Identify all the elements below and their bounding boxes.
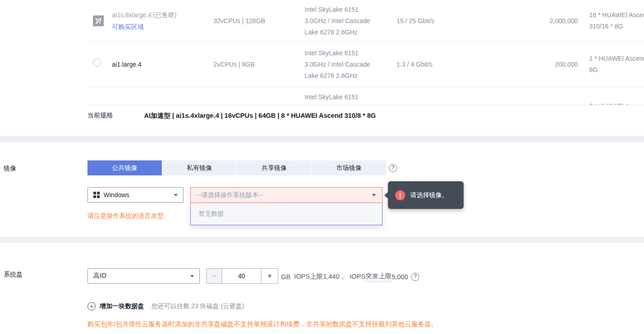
add-disk-label: 增加一块数据盘 <box>100 302 144 310</box>
tooltip-arrow-icon <box>384 192 388 199</box>
os-type-select[interactable]: Windows <box>87 187 184 203</box>
dropdown-empty-text: 暂无数据 <box>199 210 224 218</box>
select-image-error-tooltip: ! 请选择镜像。 <box>388 181 464 209</box>
disk-size-stepper: − 40 + <box>206 268 278 284</box>
iops-burst-term: 突发上限 <box>365 272 392 281</box>
current-spec-label: 当前规格 <box>87 111 144 120</box>
flavor-accelerator: 16 * HUAWEI Ascend 310/16 * 8G <box>589 10 644 32</box>
tooltip-text: 请选择镜像。 <box>410 191 448 199</box>
stepper-minus-button[interactable]: − <box>206 268 222 284</box>
purchasable-region-link[interactable]: 可购买区域 <box>112 21 144 33</box>
os-version-placeholder: --请选择操作系统版本-- <box>197 191 263 199</box>
disk-unit: GB <box>281 273 291 281</box>
os-type-value: Windows <box>104 191 130 198</box>
flavor-cpu: Intel SkyLake 6151 3.0GHz / Intel Cascad… <box>305 4 384 38</box>
flavor-row-sold-out[interactable]: ai1s.8xlarge.4 (已售罄) 可购买区域 32vCPUs | 128… <box>86 0 644 42</box>
flavor-name: ai1s.8xlarge.4 (已售罄) <box>112 9 176 21</box>
add-data-disk-button[interactable]: + 增加一块数据盘 您还可以挂载 23 块磁盘 (云硬盘) <box>87 302 244 310</box>
disk-size-input[interactable]: 40 <box>222 268 261 284</box>
image-help-icon[interactable]: ? <box>389 164 397 172</box>
system-disk-label: 系统盘 <box>4 271 23 279</box>
flavor-bandwidth: 1.3 / 4 Gbit/s <box>397 58 432 70</box>
flavor-specs: 2vCPUs | 8GB <box>213 58 255 70</box>
disk-iops-info: GB IOPS上限1,440， IOPS突发上限5,000? <box>281 272 419 281</box>
current-spec-value: AI加速型 | ai1s.4xlarge.4 | 16vCPUs | 64GB … <box>144 111 376 120</box>
flavor-table[interactable]: ai1s.8xlarge.4 (已售罄) 可购买区域 32vCPUs | 128… <box>86 0 644 105</box>
flavor-accelerator: 2 * HUAWEI Ascend 310/2 * <box>589 87 644 105</box>
flavor-pps: 200,000 <box>487 58 578 70</box>
current-spec-row: 当前规格 AI加速型 | ai1s.4xlarge.4 | 16vCPUs | … <box>87 111 376 120</box>
image-section-label: 镜像 <box>4 165 16 173</box>
flavor-cpu: Intel SkyLake 6151 <box>305 87 384 103</box>
plus-circle-icon: + <box>87 302 96 310</box>
tab-private-image[interactable]: 私有镜像 <box>162 160 237 175</box>
tab-shared-image[interactable]: 共享镜像 <box>237 160 311 175</box>
chevron-down-icon <box>372 194 376 196</box>
add-disk-hint: 您还可以挂载 23 块磁盘 (云硬盘) <box>151 302 244 310</box>
flavor-name: ai1.large.4 <box>112 58 141 70</box>
data-disk-warning: 购买包年/包月弹性云服务器时添加的非共享盘磁盘不支持单独退订和续费，非共享的数据… <box>87 320 438 329</box>
os-language-note: 请注意操作系统的语言类型。 <box>87 212 170 220</box>
section-divider <box>0 136 644 142</box>
windows-logo-icon <box>93 192 100 198</box>
flavor-accelerator: 1 * HUAWEI Ascend 310/1 * 8G <box>589 53 644 76</box>
ecs-purchase-page: ai1s.8xlarge.4 (已售罄) 可购买区域 32vCPUs | 128… <box>0 0 644 334</box>
os-version-dropdown: 暂无数据 <box>190 203 383 225</box>
chevron-down-icon <box>190 275 194 277</box>
error-exclamation-icon: ! <box>395 190 405 200</box>
disk-type-value: 高IO <box>93 272 107 280</box>
iops-help-icon[interactable]: ? <box>411 273 419 281</box>
tab-public-image[interactable]: 公共镜像 <box>87 160 162 175</box>
flavor-cpu: Intel SkyLake 6151 3.0GHz / Intel Cascad… <box>305 47 384 81</box>
image-tabs: 公共镜像 私有镜像 共享镜像 市场镜像 <box>87 160 386 175</box>
flavor-row-partial[interactable]: Intel SkyLake 6151 2 * HUAWEI Ascend 310… <box>86 87 644 105</box>
os-version-select[interactable]: --请选择操作系统版本-- <box>190 187 383 203</box>
disk-type-select[interactable]: 高IO <box>87 268 200 284</box>
chevron-down-icon <box>174 194 178 196</box>
flavor-specs: 32vCPUs | 128GB <box>213 15 265 26</box>
flavor-radio[interactable] <box>93 58 101 67</box>
flavor-bandwidth: 15 / 25 Gbit/s <box>397 15 434 26</box>
stepper-plus-button[interactable]: + <box>261 268 278 284</box>
flavor-pps: 2,000,000 <box>487 15 578 26</box>
flavor-row-ai1-large[interactable]: ai1.large.4 2vCPUs | 8GB Intel SkyLake 6… <box>86 42 644 87</box>
section-divider <box>0 237 644 243</box>
sold-out-cart-icon <box>93 15 104 26</box>
tab-marketplace-image[interactable]: 市场镜像 <box>312 160 386 175</box>
